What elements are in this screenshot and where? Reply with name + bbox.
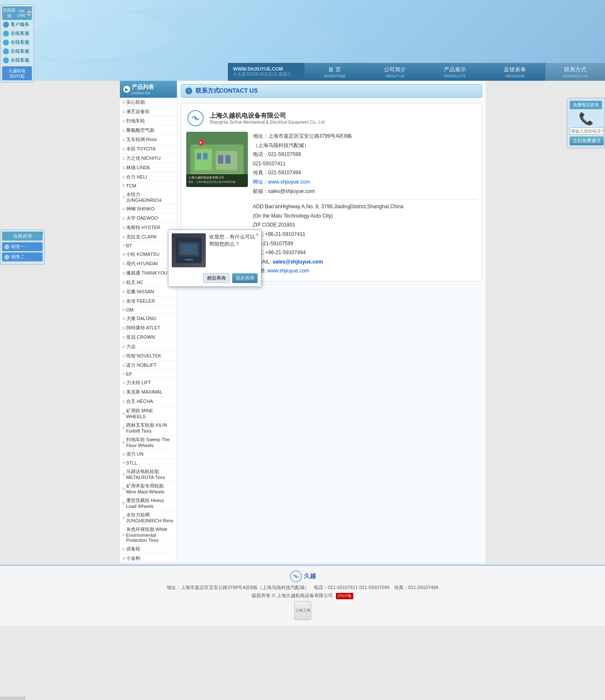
nav-about-en: ABOUT US xyxy=(385,74,405,78)
agent-label-3: 在线客服 xyxy=(11,48,29,54)
sidebar-item-10[interactable]: 永恒力 JUNGHEINRICH xyxy=(120,190,177,204)
sidebar-bullet-37 xyxy=(122,462,125,464)
agent-label-1: 在线客服 xyxy=(11,30,29,37)
sidebar-item-42[interactable]: 灰色环保轮胎 White Environmental Protection Ti… xyxy=(120,525,177,544)
sidebar-item-label-23: 大隆 DALONG xyxy=(126,315,157,322)
sidebar-item-7[interactable]: 林德 LINDE xyxy=(120,163,177,173)
sidebar-item-43[interactable]: 设备轮 xyxy=(120,544,177,554)
sidebar-item-32[interactable]: 合叉 HECHA xyxy=(120,397,177,406)
popup-image xyxy=(172,233,206,267)
svg-point-18 xyxy=(295,575,297,578)
fax-row: 传真：021-59107494 xyxy=(253,168,477,178)
contact-info: 地址：上海市嘉定区宝安公路3799号A区8栋 （上海马陆科技汽配城） 电话：02… xyxy=(253,132,477,276)
call-button[interactable]: 立刻免费通话 xyxy=(570,136,604,145)
sidebar-item-25[interactable]: 皇冠 CROWN xyxy=(120,333,177,342)
sidebar-item-label-32: 合叉 HECHA xyxy=(126,398,153,405)
nav-about[interactable]: 公司简介 ABOUT US xyxy=(364,63,424,81)
sidebar-bullet-15 xyxy=(122,244,125,247)
agent-dot-2 xyxy=(3,40,9,45)
sidebar-item-33[interactable]: 矿用轮 MINE WHEELS xyxy=(120,406,177,421)
popup-close[interactable]: × xyxy=(256,231,259,238)
sidebar-items-list: 实心轮胎液艺设备轮扫地车轮聚氨酯空气胎叉车轮辋 Rims丰田 TOYOTA力之优… xyxy=(120,98,177,563)
agent-item-3[interactable]: 在线客服 xyxy=(2,47,32,56)
sidebar-item-40[interactable]: 重型负载轮 Heavy Load Wheels xyxy=(120,496,177,510)
site-url: WWW.SHJIUYUE.COM xyxy=(233,66,299,71)
popup-dialog: × 欢迎您，有什么可以帮助您的么？ 稍后再询 现在咨询 xyxy=(168,230,261,287)
sidebar-item-35[interactable]: 扫地车轮 Sweep The Floor Wheels xyxy=(120,435,177,450)
sidebar-item-9[interactable]: TCM xyxy=(120,182,177,190)
sidebar-item-37[interactable]: STLL xyxy=(120,459,177,467)
sales-label-1: 销售一 xyxy=(11,244,25,250)
sidebar-item-31[interactable]: 美克斯 MAXIMAL xyxy=(120,388,177,397)
sidebar-item-label-14: 克拉克 CLARK xyxy=(126,234,157,240)
sidebar-item-0[interactable]: 实心轮胎 xyxy=(120,98,177,107)
phone-input[interactable] xyxy=(570,128,604,135)
agent-item-1[interactable]: 在线客服 xyxy=(2,29,32,38)
icp-badge[interactable]: 沪ICP备 xyxy=(336,593,353,599)
popup-later-btn[interactable]: 稍后再询 xyxy=(203,273,230,283)
sidebar-item-label-35: 扫地车轮 Sweep The Floor Wheels xyxy=(126,436,174,448)
sidebar-item-20[interactable]: 尼桑 NISSAN xyxy=(120,287,177,297)
sidebar-bullet-35 xyxy=(122,441,125,444)
sidebar-subtitle: product list xyxy=(132,91,154,95)
sidebar-item-11[interactable]: 神钢 SHINKO xyxy=(120,204,177,214)
sales-btn-2[interactable]: 销售二 xyxy=(2,252,43,261)
sidebar-bullet-11 xyxy=(122,208,125,210)
sidebar-item-label-18: 搬易通 THANKYOU xyxy=(126,270,168,276)
chat-panel-close[interactable]: × xyxy=(27,11,31,16)
sidebar-item-5[interactable]: 丰田 TOYOTA xyxy=(120,145,177,154)
sidebar-item-26[interactable]: 力达 xyxy=(120,342,177,351)
sidebar-item-21[interactable]: 友佳 FEELER xyxy=(120,297,177,306)
agent-dot-3 xyxy=(3,48,9,54)
tel-en1: TEL: +86-21-59107411 xyxy=(253,230,477,239)
nav-message[interactable]: 反馈表单 MESSAGE xyxy=(485,63,545,81)
popup-now-btn[interactable]: 现在咨询 xyxy=(232,273,258,283)
sidebar-item-27[interactable]: 恒智 NOVELTEK xyxy=(120,351,177,361)
bottom-panel-close[interactable]: × xyxy=(41,231,43,235)
chat-panel-subtitle: ON LINE xyxy=(16,9,27,17)
sidebar-item-39[interactable]: 矿用井架专用轮胎 Mine Mast Wheels xyxy=(120,482,177,496)
section-title-bar: 联系方式CONTACT US xyxy=(181,84,482,98)
logo-line2: JIUYUE xyxy=(3,74,31,79)
sidebar-item-38[interactable]: 马踏达电机轮胎 METALROTA Tires xyxy=(120,467,177,482)
nav-brand: WWW.SHJIUYUE.COM 今天是2015年10月21日 星期三 xyxy=(228,63,304,81)
sidebar-item-44[interactable]: 小金刚 xyxy=(120,554,177,563)
sidebar-item-6[interactable]: 力之优 NICHIYU xyxy=(120,154,177,163)
sidebar-item-23[interactable]: 大隆 DALONG xyxy=(120,314,177,323)
sidebar-item-label-29: EP xyxy=(126,371,133,377)
sidebar-item-label-25: 皇冠 CROWN xyxy=(126,334,155,340)
sidebar-item-30[interactable]: 力夫特 LIFT xyxy=(120,378,177,388)
sidebar-item-22[interactable]: OM xyxy=(120,306,177,314)
sidebar-item-24[interactable]: 阿特莱特 ATLET xyxy=(120,323,177,333)
footer-logo: 久越 xyxy=(290,570,316,583)
sidebar-bullet-16 xyxy=(122,253,125,256)
chat-title-bar: 在线咨询 ON LINE × xyxy=(2,6,32,20)
sales-label-2: 销售二 xyxy=(11,254,25,260)
nav-home[interactable]: 首 页 HOMEPAGE xyxy=(304,63,364,81)
tel-en2: +86-21-59107599 xyxy=(253,239,477,249)
sidebar-item-1[interactable]: 液艺设备轮 xyxy=(120,107,177,116)
sidebar-item-2[interactable]: 扫地车轮 xyxy=(120,116,177,126)
sidebar-item-8[interactable]: 合力 HELI xyxy=(120,173,177,182)
sidebar-item-36[interactable]: 浙力 UN xyxy=(120,450,177,459)
sidebar-item-41[interactable]: 永恒力轮辋 JUNGHEINRICH Rims xyxy=(120,510,177,525)
sidebar-item-3[interactable]: 聚氨酯空气胎 xyxy=(120,126,177,135)
addr-row-cn2: （上海马陆科技汽配城） xyxy=(253,141,477,150)
nav-contact[interactable]: 联系方式 CONTACT US xyxy=(545,63,605,81)
sidebar-item-28[interactable]: 诺力 NOBLIFT xyxy=(120,361,177,370)
sidebar-item-4[interactable]: 叉车轮辋 Rims xyxy=(120,135,177,145)
sidebar-item-label-10: 永恒力 JUNGHEINRICH xyxy=(126,191,174,203)
sidebar-item-12[interactable]: 大宇 DAEWOO xyxy=(120,214,177,223)
sidebar-title: 产品列表 xyxy=(132,83,154,91)
svg-rect-8 xyxy=(197,153,201,159)
sidebar-bullet-3 xyxy=(122,129,125,132)
sidebar-item-34[interactable]: 西林叉车轮胎 XILIN Forklift Tires xyxy=(120,421,177,435)
sales-btn-1[interactable]: 销售一 xyxy=(2,242,43,251)
nav-products[interactable]: 产品展示 PRODUCTS xyxy=(425,63,485,81)
agent-item-2[interactable]: 在线客服 xyxy=(2,38,32,47)
company-header: 上海久越机电设备有限公司 ShangHai JiuYue Mechanical … xyxy=(186,108,477,128)
sidebar-item-29[interactable]: EP xyxy=(120,370,177,378)
nav-message-cn: 反馈表单 xyxy=(504,66,526,74)
agent-item-4[interactable]: 在线客服 xyxy=(2,56,32,65)
sidebar-item-label-1: 液艺设备轮 xyxy=(126,108,150,115)
